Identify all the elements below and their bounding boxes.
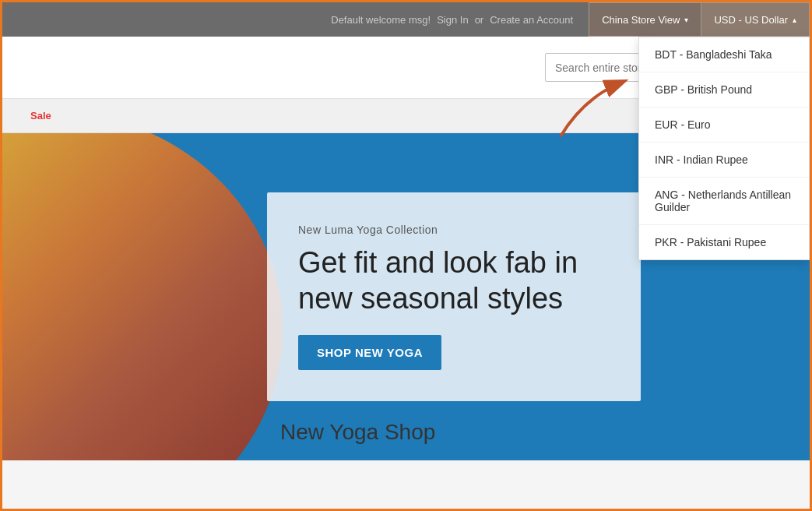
- switchers-container: China Store View ▾ USD - US Dollar ▴ BDT…: [589, 2, 810, 37]
- hero-background-decoration: [2, 133, 283, 460]
- nav-item-sale[interactable]: Sale: [18, 99, 64, 133]
- hero-subtitle: New Luma Yoga Collection: [298, 224, 610, 236]
- store-switcher-label: China Store View: [602, 14, 680, 26]
- store-switcher-chevron: ▾: [684, 16, 688, 24]
- currency-option-inr[interactable]: INR - Indian Rupee: [639, 143, 809, 178]
- welcome-message: Default welcome msg!: [331, 14, 431, 26]
- currency-switcher-label: USD - US Dollar: [714, 14, 788, 26]
- hero-title: Get fit and look fab in new seasonal sty…: [298, 245, 610, 316]
- currency-option-pkr[interactable]: PKR - Pakistani Rupee: [639, 225, 809, 259]
- or-text: or: [475, 14, 484, 26]
- currency-option-ang[interactable]: ANG - Netherlands Antillean Guilder: [639, 178, 809, 225]
- create-account-link[interactable]: Create an Account: [490, 14, 573, 26]
- signin-link[interactable]: Sign In: [437, 14, 468, 26]
- currency-switcher[interactable]: USD - US Dollar ▴: [701, 2, 810, 37]
- currency-option-gbp[interactable]: GBP - British Pound: [639, 72, 809, 107]
- store-switcher[interactable]: China Store View ▾: [589, 2, 701, 37]
- hero-content: New Luma Yoga Collection Get fit and loo…: [267, 192, 641, 401]
- currency-option-bdt[interactable]: BDT - Bangladeshi Taka: [639, 37, 809, 72]
- hero-cta-button[interactable]: Shop New Yoga: [298, 335, 441, 370]
- promo-label: New Yoga Shop: [280, 420, 435, 445]
- top-bar-links: Default welcome msg! Sign In or Create a…: [2, 14, 589, 26]
- currency-switcher-chevron: ▴: [793, 16, 796, 24]
- currency-dropdown: BDT - Bangladeshi Taka GBP - British Pou…: [638, 37, 810, 260]
- top-bar: Default welcome msg! Sign In or Create a…: [2, 2, 810, 37]
- currency-option-eur[interactable]: EUR - Euro: [639, 107, 809, 143]
